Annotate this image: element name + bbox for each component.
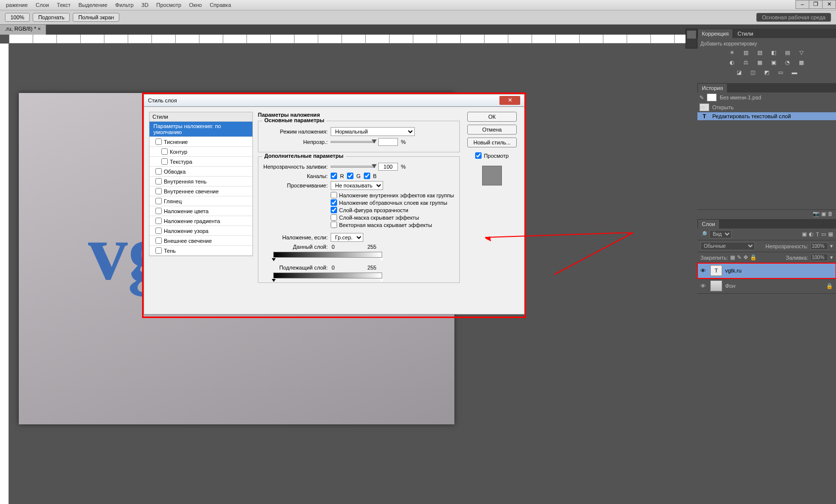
menu-item[interactable]: Слои: [32, 1, 53, 9]
style-checkbox[interactable]: [155, 228, 162, 234]
menu-item[interactable]: 3D: [138, 1, 152, 9]
tab-layers[interactable]: Слои: [697, 219, 720, 229]
filter-kind[interactable]: Вид: [709, 230, 732, 238]
poster-icon[interactable]: ◫: [748, 69, 757, 77]
style-blending-options[interactable]: Параметры наложения: по умолчанию: [149, 122, 252, 137]
dock-icon[interactable]: [687, 31, 696, 39]
channel-r[interactable]: [331, 173, 337, 179]
zoom-field[interactable]: 100%: [5, 13, 30, 22]
style-bevel[interactable]: Тиснение: [149, 137, 252, 147]
menu-item[interactable]: Окно: [185, 1, 206, 9]
opacity-slider[interactable]: [331, 141, 375, 143]
blend-clipped-check[interactable]: [331, 199, 337, 206]
trash-icon[interactable]: 🗑: [828, 211, 833, 217]
filter-smart-icon[interactable]: ▦: [828, 231, 833, 237]
vector-mask-hides-check[interactable]: [331, 222, 337, 228]
lut-icon[interactable]: ◔: [783, 59, 792, 67]
history-step[interactable]: TРедактировать текстовый слой: [697, 112, 836, 120]
styles-header[interactable]: Стили: [149, 112, 253, 122]
menu-item[interactable]: Просмотр: [152, 1, 185, 9]
knockout-select[interactable]: Не показывать: [331, 181, 383, 190]
fill-input[interactable]: [378, 163, 398, 171]
style-drop-shadow[interactable]: Тень: [149, 246, 252, 256]
collapsed-dock[interactable]: [686, 29, 697, 48]
invert-icon[interactable]: ◪: [735, 69, 743, 77]
curves-icon[interactable]: ▧: [755, 49, 764, 57]
restore-icon[interactable]: ❐: [809, 0, 823, 9]
menu-item[interactable]: Фильтр: [111, 1, 138, 9]
mixer-icon[interactable]: ▣: [769, 59, 778, 67]
menu-item[interactable]: Справка: [206, 1, 235, 9]
bw-icon[interactable]: ▽: [797, 49, 806, 57]
cancel-button[interactable]: Отмена: [467, 125, 517, 135]
close-icon[interactable]: ✕: [822, 0, 836, 9]
new-icon[interactable]: ▣: [821, 211, 826, 217]
style-checkbox[interactable]: [155, 138, 162, 145]
camera-icon[interactable]: 📷: [813, 211, 820, 217]
lock-trans-icon[interactable]: ▦: [730, 254, 735, 261]
history-snapshot[interactable]: ✎Без имени-1.psd: [697, 92, 836, 102]
style-checkbox[interactable]: [161, 148, 168, 155]
menu-item[interactable]: ражение: [2, 1, 32, 9]
grid-icon[interactable]: ▩: [797, 59, 806, 67]
menu-item[interactable]: Текст: [53, 1, 75, 9]
fill-input[interactable]: [810, 254, 828, 261]
layer-name[interactable]: vgtk.ru: [725, 268, 741, 274]
layer-name[interactable]: Фон: [725, 283, 736, 289]
tab-styles[interactable]: Стили: [733, 29, 758, 38]
lock-all-icon[interactable]: 🔒: [750, 254, 757, 261]
underlying-slider[interactable]: [273, 273, 382, 278]
chevron-down-icon[interactable]: ▾: [830, 254, 833, 261]
thresh-icon[interactable]: ◩: [762, 69, 771, 77]
style-checkbox[interactable]: [155, 178, 162, 184]
lock-paint-icon[interactable]: ✎: [737, 254, 741, 261]
menu-item[interactable]: Выделение: [75, 1, 111, 9]
style-gradient-overlay[interactable]: Наложение градиента: [149, 216, 252, 226]
history-step[interactable]: ▭Открыть: [697, 102, 836, 112]
tab-corrections[interactable]: Коррекция: [697, 29, 733, 38]
opacity-input[interactable]: [810, 242, 828, 250]
exposure-icon[interactable]: ◧: [769, 49, 778, 57]
tab-history[interactable]: История: [697, 83, 728, 92]
filter-img-icon[interactable]: ▣: [802, 231, 807, 237]
blendif-select[interactable]: Гр.сер.: [331, 233, 363, 242]
this-layer-slider[interactable]: [273, 252, 382, 258]
transparency-shapes-check[interactable]: [331, 207, 337, 213]
layer-text[interactable]: 👁 T vgtk.ru: [697, 263, 836, 278]
document-tab[interactable]: .ru, RGB/8) * ×: [0, 25, 46, 35]
blend-mode-select[interactable]: Обычные: [700, 242, 755, 250]
balance-icon[interactable]: ⚖: [741, 59, 750, 67]
close-tab-icon[interactable]: ×: [38, 26, 41, 32]
hue-icon[interactable]: ◐: [728, 59, 737, 67]
photo-icon[interactable]: ▦: [755, 59, 764, 67]
gradmap-icon[interactable]: ▭: [776, 69, 785, 77]
style-outer-glow[interactable]: Внешнее свечение: [149, 236, 252, 246]
style-inner-glow[interactable]: Внутреннее свечение: [149, 186, 252, 196]
chevron-down-icon[interactable]: ▾: [830, 243, 833, 249]
visibility-icon[interactable]: 👁: [700, 268, 707, 274]
brightness-icon[interactable]: ☀: [728, 49, 737, 57]
channel-g[interactable]: [347, 173, 353, 179]
visibility-icon[interactable]: 👁: [700, 283, 707, 289]
fill-slider[interactable]: [331, 166, 375, 168]
blend-interior-check[interactable]: [331, 192, 337, 198]
lock-move-icon[interactable]: ✥: [743, 254, 748, 261]
style-contour[interactable]: Контур: [149, 147, 252, 157]
minimize-icon[interactable]: –: [795, 0, 809, 9]
fit-button[interactable]: Подогнать: [33, 13, 70, 22]
filter-icon[interactable]: 🔎: [700, 231, 707, 237]
selcolor-icon[interactable]: ▬: [790, 69, 799, 77]
style-checkbox[interactable]: [155, 198, 162, 204]
style-checkbox[interactable]: [161, 158, 168, 165]
style-color-overlay[interactable]: Наложение цвета: [149, 206, 252, 216]
style-checkbox[interactable]: [155, 218, 162, 224]
layer-mask-hides-check[interactable]: [331, 214, 337, 221]
dialog-titlebar[interactable]: Стиль слоя ✕: [144, 94, 525, 107]
style-checkbox[interactable]: [155, 188, 162, 194]
workspace-dropdown[interactable]: Основная рабочая среда: [756, 13, 831, 22]
vibrance-icon[interactable]: ▤: [783, 49, 792, 57]
fullscreen-button[interactable]: Полный экран: [73, 13, 119, 22]
style-checkbox[interactable]: [155, 168, 162, 175]
new-style-button[interactable]: Новый стиль...: [467, 137, 517, 147]
style-pattern-overlay[interactable]: Наложение узора: [149, 226, 252, 236]
